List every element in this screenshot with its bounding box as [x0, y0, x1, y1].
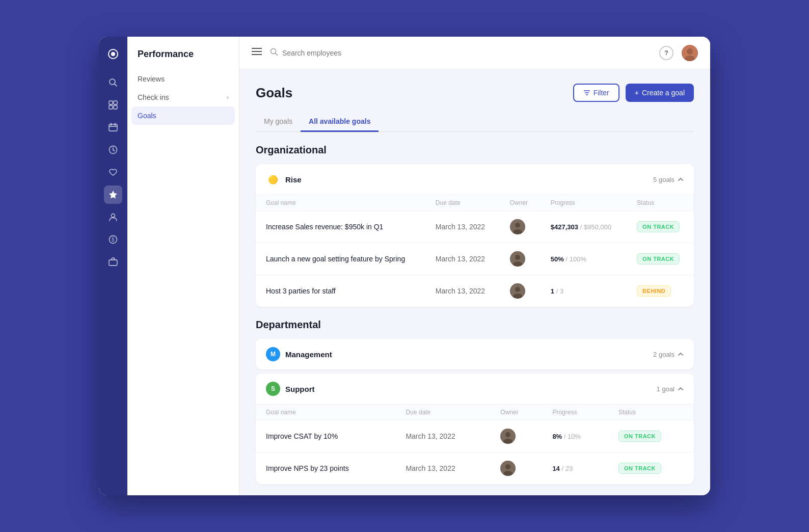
tabs: My goals All available goals — [256, 112, 694, 132]
create-goal-button[interactable]: + Create a goal — [626, 84, 694, 102]
table-row: Improve NPS by 23 points March 13, 2022 — [256, 453, 694, 485]
filter-label: Filter — [594, 89, 609, 97]
goal-name-cell: Increase Sales revenue: $950k in Q1 — [256, 211, 425, 243]
svg-line-14 — [113, 150, 115, 151]
organizational-section: Organizational 🟡 Rise 5 goals — [256, 144, 694, 307]
rise-card-header: 🟡 Rise 5 goals — [256, 164, 694, 195]
svg-line-3 — [115, 84, 117, 86]
status-badge: ON TRACK — [618, 463, 661, 474]
rail-dollar-icon[interactable]: $ — [104, 230, 122, 249]
col-due-date-s: Due date — [395, 405, 490, 420]
create-plus-icon: + — [635, 89, 639, 97]
rise-group-card: 🟡 Rise 5 goals Goal — [256, 164, 694, 307]
rail-clock-icon[interactable] — [104, 141, 122, 159]
svg-rect-6 — [109, 105, 113, 109]
sidebar-chevron-checkins: › — [227, 94, 229, 101]
due-date-cell: March 13, 2022 — [395, 420, 490, 453]
col-due-date: Due date — [425, 195, 500, 211]
col-owner: Owner — [500, 195, 541, 211]
sidebar-item-goals-label: Goals — [138, 112, 156, 120]
svg-point-31 — [515, 223, 520, 228]
sidebar-item-checkins-label: Check ins — [138, 93, 169, 101]
rail-heart-icon[interactable] — [104, 163, 122, 181]
rail-calendar-icon[interactable] — [104, 118, 122, 137]
table-row: Increase Sales revenue: $950k in Q1 Marc… — [256, 211, 694, 243]
support-group-card: S Support 1 goal Goa — [256, 374, 694, 484]
main-content: ? Goals — [239, 37, 710, 495]
management-goals-count[interactable]: 2 goals — [653, 351, 684, 358]
avatar[interactable] — [682, 45, 698, 61]
progress-cell: 1 / 3 — [541, 275, 627, 307]
table-row: Host 3 parties for staff March 13, 2022 — [256, 275, 694, 307]
col-owner-s: Owner — [490, 405, 542, 420]
search-input[interactable] — [282, 49, 474, 57]
sidebar-item-checkins[interactable]: Check ins › — [127, 88, 239, 107]
goal-name-cell: Improve CSAT by 10% — [256, 420, 395, 453]
sidebar-item-reviews[interactable]: Reviews — [127, 70, 239, 88]
support-goals-table: Goal name Due date Owner Progress Status… — [256, 404, 694, 484]
rail-star-icon[interactable] — [104, 185, 122, 204]
owner-cell — [490, 420, 542, 453]
svg-point-15 — [112, 214, 115, 218]
status-cell: ON TRACK — [608, 420, 694, 453]
rail-briefcase-icon[interactable] — [104, 253, 122, 271]
due-date-cell: March 13, 2022 — [395, 453, 490, 485]
owner-avatar — [500, 461, 516, 476]
owner-cell — [500, 275, 541, 307]
status-cell: BEHIND — [627, 275, 694, 307]
create-label: Create a goal — [642, 89, 685, 97]
rise-name: Rise — [285, 175, 302, 184]
rail-search-icon[interactable] — [104, 73, 122, 92]
owner-avatar — [510, 219, 525, 234]
sidebar-item-goals[interactable]: Goals — [131, 107, 235, 125]
owner-avatar — [510, 251, 525, 267]
content-area: Goals Filter + Create a goal — [239, 69, 710, 495]
departmental-section: Departmental M Management 2 goals — [256, 319, 694, 484]
filter-button[interactable]: Filter — [573, 84, 619, 102]
status-badge: ON TRACK — [637, 253, 680, 264]
sidebar: Performance Reviews Check ins › Goals — [127, 37, 239, 495]
status-cell: ON TRACK — [627, 243, 694, 275]
status-cell: ON TRACK — [627, 211, 694, 243]
status-cell: ON TRACK — [608, 453, 694, 485]
col-goal-name: Goal name — [256, 195, 425, 211]
status-badge: ON TRACK — [637, 221, 680, 232]
owner-avatar — [510, 283, 525, 299]
management-org-label: M Management — [266, 347, 332, 361]
goal-name-cell: Host 3 parties for staff — [256, 275, 425, 307]
svg-point-1 — [111, 52, 115, 56]
owner-cell — [500, 211, 541, 243]
due-date-cell: March 13, 2022 — [425, 211, 500, 243]
logo-icon[interactable] — [104, 45, 122, 63]
topbar: ? — [239, 37, 710, 69]
support-icon: S — [266, 382, 280, 396]
col-goal-name-s: Goal name — [256, 405, 395, 420]
rail-profile-icon[interactable] — [104, 96, 122, 114]
svg-rect-18 — [109, 260, 117, 265]
svg-point-40 — [505, 432, 510, 437]
status-badge: ON TRACK — [618, 431, 661, 442]
svg-text:$: $ — [112, 237, 115, 243]
topbar-actions: ? — [659, 45, 698, 61]
owner-cell — [500, 243, 541, 275]
due-date-cell: March 13, 2022 — [425, 243, 500, 275]
col-progress: Progress — [541, 195, 627, 211]
management-group-card: M Management 2 goals — [256, 339, 694, 369]
support-name: Support — [285, 385, 315, 393]
tab-my-goals[interactable]: My goals — [256, 112, 301, 132]
tab-all-goals[interactable]: All available goals — [301, 112, 379, 132]
owner-avatar — [500, 429, 516, 444]
table-row: Launch a new goal setting feature by Spr… — [256, 243, 694, 275]
col-progress-s: Progress — [542, 405, 608, 420]
menu-icon[interactable] — [252, 47, 262, 58]
rise-goals-count[interactable]: 5 goals — [653, 176, 684, 183]
support-card-header: S Support 1 goal — [256, 374, 694, 404]
support-goals-count[interactable]: 1 goal — [657, 385, 684, 393]
svg-rect-4 — [109, 101, 113, 104]
help-icon[interactable]: ? — [659, 46, 673, 60]
svg-rect-7 — [114, 105, 117, 109]
management-name: Management — [285, 350, 332, 359]
rail-people-icon[interactable] — [104, 208, 122, 226]
status-badge: BEHIND — [637, 285, 671, 297]
organizational-heading: Organizational — [256, 144, 694, 156]
